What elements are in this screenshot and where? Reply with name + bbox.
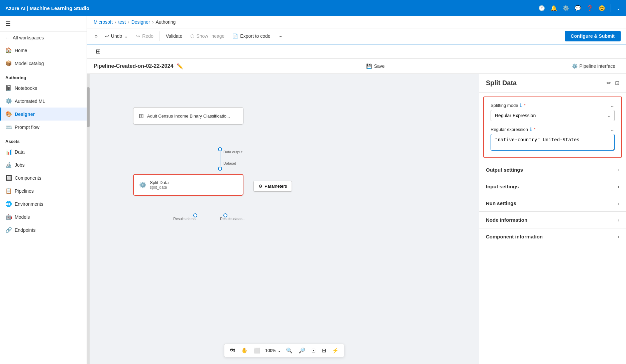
pan-button[interactable]: ✋ [240, 346, 249, 355]
breadcrumb-designer[interactable]: Designer [131, 19, 150, 25]
export-label: Export to code [240, 33, 270, 39]
results1-label: Results datas... [173, 217, 199, 221]
sidebar-item-label: Data [15, 149, 25, 155]
node-information-section[interactable]: Node information › [479, 212, 626, 228]
split-data-input-dot[interactable] [218, 167, 222, 171]
scroll-hint[interactable] [87, 74, 90, 364]
breadcrumb: Microsoft › test › Designer › Authoring [87, 16, 626, 28]
redo-button[interactable]: ↪ Redo [133, 31, 156, 41]
regular-expression-text: Regular expression [491, 127, 528, 132]
sidebar-item-notebooks[interactable]: 📓 Notebooks [0, 81, 87, 95]
sidebar-item-label: Components [15, 175, 41, 181]
splitting-mode-text: Splitting mode [491, 103, 518, 108]
topbar: Azure AI | Machine Learning Studio 🕐 🔔 ⚙… [0, 0, 626, 16]
sidebar-toggle[interactable]: ☰ [0, 16, 87, 32]
chevron-down-icon[interactable]: ⌄ [616, 5, 621, 11]
sidebar-item-jobs[interactable]: 🔬 Jobs [0, 158, 87, 171]
zoom-in-button[interactable]: 🔍 [285, 346, 294, 355]
output-settings-section[interactable]: Output settings › [479, 162, 626, 178]
user-icon[interactable]: 😊 [599, 5, 605, 11]
sidebar-item-label: Prompt flow [15, 125, 39, 130]
breadcrumb-test[interactable]: test [118, 19, 126, 25]
show-lineage-label: Show lineage [196, 33, 224, 39]
fit-view-button[interactable]: ⊡ [310, 346, 317, 355]
more-button[interactable]: ··· [275, 31, 286, 41]
expand-button[interactable]: » [92, 31, 100, 41]
regular-expression-input[interactable]: "native-country" United-States [491, 134, 615, 151]
sidebar-item-prompt-flow[interactable]: ⌨️ Prompt flow [0, 121, 87, 134]
flash-button[interactable]: ⚡ [331, 346, 340, 355]
params-label: Parameters [265, 184, 287, 189]
panel-title: Split Data [486, 79, 517, 87]
canvas[interactable]: ⊞ Adult Census Income Binary Classificat… [90, 74, 479, 364]
bell-icon[interactable]: 🔔 [550, 5, 557, 11]
topbar-icons: 🕐 🔔 ⚙️ 💬 ❓ 😊 ⌄ [538, 4, 621, 12]
zoom-level[interactable]: 100% ⌄ [265, 348, 281, 353]
grid-icon-button[interactable]: ⊞ [92, 46, 104, 57]
edit-panel-icon[interactable]: ✏ [607, 80, 611, 86]
sidebar-item-label: Pipelines [15, 188, 34, 194]
sidebar-item-data[interactable]: 📊 Data [0, 145, 87, 158]
canvas-toolbar: 🗺 ✋ ⬜ 100% ⌄ 🔍 🔎 ⊡ ⊞ ⚡ [224, 344, 344, 357]
edit-pipeline-name-icon[interactable]: ✏️ [177, 63, 183, 69]
undo-button[interactable]: ↩ Undo ⌄ [102, 31, 131, 41]
run-settings-chevron-icon: › [618, 201, 619, 206]
jobs-icon: 🔬 [5, 162, 11, 168]
breadcrumb-microsoft[interactable]: Microsoft [94, 19, 113, 25]
sidebar-item-home[interactable]: 🏠 Home [0, 44, 87, 57]
data-output-label: Data output [223, 150, 242, 154]
run-settings-section[interactable]: Run settings › [479, 195, 626, 212]
undo-chevron-icon: ⌄ [124, 33, 128, 39]
pipeline-interface-button[interactable]: ⚙️ Pipeline interface [568, 61, 619, 71]
regular-expression-more-icon[interactable]: ··· [611, 128, 615, 133]
adult-census-node[interactable]: ⊞ Adult Census Income Binary Classificat… [133, 107, 243, 125]
right-panel: Split Data ✏ ⊡ Splitting mode ℹ * [479, 74, 626, 364]
export-to-code-button[interactable]: 📄 Export to code [229, 31, 274, 41]
select-button[interactable]: ⬜ [252, 346, 262, 355]
sidebar-item-pipelines[interactable]: 📋 Pipelines [0, 184, 87, 197]
splitting-mode-select[interactable]: Regular Expression Split Rows Fold Assig… [491, 110, 615, 121]
sidebar-item-models[interactable]: 🤖 Models [0, 210, 87, 223]
pipeline-name-row: Pipeline-Created-on-02-22-2024 ✏️ 💾 Save… [87, 59, 626, 74]
splitting-mode-more-icon[interactable]: ··· [611, 104, 615, 109]
splitting-mode-info-icon[interactable]: ℹ [520, 103, 522, 108]
back-button[interactable]: ← All workspaces [0, 32, 87, 44]
input-settings-label: Input settings [486, 184, 519, 189]
show-lineage-button[interactable]: ⬡ Show lineage [187, 31, 228, 41]
models-icon: 🤖 [5, 214, 11, 220]
sidebar-item-label: Home [15, 48, 27, 53]
topbar-divider [611, 4, 611, 12]
validate-button[interactable]: Validate [163, 31, 186, 41]
app-title: Azure AI | Machine Learning Studio [5, 5, 534, 11]
zoom-out-button[interactable]: 🔎 [297, 346, 307, 355]
input-settings-section[interactable]: Input settings › [479, 178, 626, 195]
sidebar-item-endpoints[interactable]: 🔗 Endpoints [0, 223, 87, 236]
clock-icon[interactable]: 🕐 [538, 5, 545, 11]
redo-label: Redo [142, 33, 153, 39]
assets-section: Assets [0, 134, 87, 145]
split-data-node[interactable]: ⚙️ Split Data split_data [133, 174, 243, 196]
sidebar-item-automated-ml[interactable]: ⚙️ Automated ML [0, 95, 87, 108]
sidebar-item-designer[interactable]: 🎨 Designer [0, 108, 87, 121]
navigator-button[interactable]: 🗺 [228, 346, 236, 355]
node-information-chevron-icon: › [618, 217, 619, 223]
regular-expression-label: Regular expression ℹ * [491, 127, 535, 132]
sidebar-item-model-catalog[interactable]: 📦 Model catalog [0, 57, 87, 70]
adult-census-output-dot[interactable] [218, 147, 222, 151]
layout-button[interactable]: ⊞ [320, 346, 327, 355]
help-icon[interactable]: ❓ [587, 5, 593, 11]
feedback-icon[interactable]: 💬 [575, 5, 581, 11]
expand-panel-icon[interactable]: ⊡ [615, 80, 619, 86]
sidebar-item-environments[interactable]: 🌐 Environments [0, 197, 87, 210]
parameters-button[interactable]: ⚙ Parameters [253, 181, 292, 192]
save-button[interactable]: 💾 Save [362, 61, 389, 71]
results2-label: Results datas... [220, 217, 245, 221]
components-icon: 🔲 [5, 175, 11, 181]
endpoints-icon: 🔗 [5, 227, 11, 233]
sidebar-item-components[interactable]: 🔲 Components [0, 171, 87, 184]
regular-expression-info-icon[interactable]: ℹ [530, 127, 532, 132]
gear-icon[interactable]: ⚙️ [562, 5, 569, 11]
component-information-section[interactable]: Component information › [479, 228, 626, 245]
configure-submit-button[interactable]: Configure & Submit [565, 31, 621, 41]
zoom-chevron-icon: ⌄ [278, 348, 281, 353]
